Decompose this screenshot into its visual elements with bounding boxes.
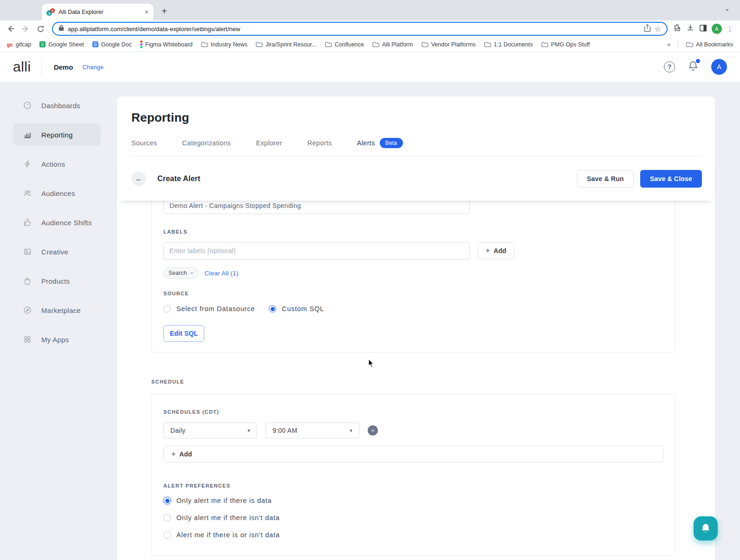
- compass-icon: [23, 306, 32, 314]
- user-avatar[interactable]: A: [711, 59, 727, 75]
- bookmark-folder[interactable]: PMG Ops Stuff: [538, 40, 593, 49]
- forward-icon[interactable]: [19, 23, 32, 35]
- all-bookmarks[interactable]: All Bookmarks: [683, 40, 736, 49]
- bookmark-folder[interactable]: Alli Platform: [369, 40, 416, 49]
- radio-only-alert-if-no-data[interactable]: Only alert me if there isn't data: [163, 514, 663, 521]
- radio-icon[interactable]: [163, 514, 171, 521]
- sidebar-item-reporting[interactable]: Reporting: [13, 124, 101, 146]
- google-doc-icon: [92, 41, 98, 47]
- plus-icon: +: [171, 450, 175, 458]
- bookmark-star-icon[interactable]: ☆: [655, 25, 661, 33]
- tab-reports[interactable]: Reports: [307, 139, 332, 147]
- bookmark-google-doc[interactable]: Google Doc: [89, 40, 135, 49]
- app-header: alli Demo Change ? A: [0, 52, 740, 82]
- sidebar-item-creative[interactable]: Creative: [13, 241, 101, 263]
- chrome-menu-icon[interactable]: ⋮: [727, 25, 734, 33]
- tab-sources[interactable]: Sources: [131, 139, 157, 147]
- main-panel: Reporting Sources Categorizations Explor…: [117, 97, 715, 560]
- sidebar-item-audience-shifts[interactable]: Audience Shifts: [13, 211, 101, 234]
- browser-tab-strip: a 5 Alli Data Explorer × + ⌄: [0, 0, 740, 20]
- address-bar[interactable]: app.alliplatform.com/client/demo/data-ex…: [52, 22, 668, 36]
- figma-icon: [140, 40, 143, 48]
- alert-name-input[interactable]: [163, 201, 470, 214]
- reporting-tabs: Sources Categorizations Explorer Reports…: [131, 138, 702, 156]
- add-label-button[interactable]: + Add: [478, 242, 514, 259]
- sidebar-item-dashboards[interactable]: Dashboards: [13, 94, 101, 117]
- url-text: app.alliplatform.com/client/demo/data-ex…: [68, 26, 640, 33]
- plus-icon: +: [486, 247, 490, 255]
- bell-icon: [700, 522, 711, 534]
- sidebar-item-products[interactable]: Products: [13, 270, 101, 292]
- help-icon[interactable]: ?: [664, 61, 675, 72]
- bookmark-gifcap[interactable]: gc gifcap: [4, 40, 34, 49]
- notifications-bell-icon[interactable]: [688, 60, 698, 73]
- bookmark-figma[interactable]: Figma Whiteboard: [137, 39, 196, 50]
- back-icon[interactable]: [5, 23, 17, 35]
- schedule-card: SCHEDULES (CDT) Daily ▾ 9:00 AM ▾ × + Ad…: [151, 394, 675, 556]
- tab-search-chevron-icon[interactable]: ⌄: [724, 5, 730, 12]
- sidebar: Dashboards Reporting Actions Audiences A…: [0, 82, 115, 560]
- radio-icon-checked[interactable]: [163, 497, 171, 504]
- back-button[interactable]: ←: [131, 171, 146, 186]
- radio-icon[interactable]: [163, 305, 171, 313]
- radio-only-alert-if-data[interactable]: Only alert me if there is data: [163, 497, 663, 504]
- radio-select-from-datasource[interactable]: Select from Datasource: [163, 305, 255, 313]
- edit-sql-button[interactable]: Edit SQL: [163, 325, 204, 342]
- chip-remove-icon[interactable]: ×: [190, 270, 194, 276]
- extensions-puzzle-icon[interactable]: [673, 24, 682, 34]
- save-and-run-button[interactable]: Save & Run: [577, 170, 634, 188]
- chrome-profile-avatar[interactable]: A: [712, 24, 722, 34]
- create-alert-header: ← Create Alert Save & Run Save & Close: [117, 156, 715, 201]
- sidebar-item-audiences[interactable]: Audiences: [13, 182, 101, 204]
- download-icon[interactable]: [686, 24, 695, 34]
- radio-custom-sql[interactable]: Custom SQL: [269, 305, 324, 313]
- chevron-down-icon: ▾: [350, 428, 352, 434]
- alert-preferences-label: ALERT PREFERENCES: [163, 483, 663, 488]
- tab-categorizations[interactable]: Categorizations: [182, 139, 231, 147]
- bookmark-folder[interactable]: Confluence: [322, 40, 367, 49]
- tab-explorer[interactable]: Explorer: [256, 139, 282, 147]
- add-schedule-button[interactable]: + Add: [163, 446, 663, 462]
- label-chip-search[interactable]: Search ×: [163, 267, 199, 279]
- time-select[interactable]: 9:00 AM ▾: [266, 423, 359, 438]
- bookmark-folder[interactable]: 1:1 Documents: [481, 40, 536, 49]
- browser-tab[interactable]: a 5 Alli Data Explorer ×: [42, 4, 153, 20]
- bookmarks-overflow-icon[interactable]: »: [664, 41, 673, 48]
- folder-icon: [256, 41, 263, 47]
- alli-favicon-icon: a 5: [46, 8, 55, 16]
- bookmark-google-sheet[interactable]: Google Sheet: [36, 40, 87, 49]
- clear-all-link[interactable]: Clear All (1): [205, 270, 239, 277]
- users-icon: [23, 189, 32, 197]
- folder-icon: [325, 41, 332, 47]
- remove-schedule-button[interactable]: ×: [368, 425, 378, 436]
- notification-badge: [696, 59, 700, 63]
- sidebar-item-marketplace[interactable]: Marketplace: [13, 299, 101, 321]
- new-tab-button[interactable]: +: [162, 6, 167, 17]
- schedule-section-label: SCHEDULE: [151, 379, 675, 384]
- sidebar-item-actions[interactable]: Actions: [13, 153, 101, 175]
- tab-close-icon[interactable]: ×: [145, 8, 149, 16]
- radio-icon[interactable]: [163, 531, 171, 539]
- radio-alert-either-way[interactable]: Alert me if there is or isn't data: [163, 531, 663, 539]
- labels-label: LABELS: [163, 229, 663, 234]
- change-client-link[interactable]: Change: [82, 64, 104, 71]
- save-and-close-button[interactable]: Save & Close: [640, 170, 702, 188]
- labels-input[interactable]: [163, 242, 470, 260]
- bookmark-folder[interactable]: Industry News: [198, 40, 251, 49]
- tab-alerts[interactable]: Alerts Beta: [357, 138, 403, 148]
- frequency-select[interactable]: Daily ▾: [163, 423, 257, 438]
- sidebar-item-my-apps[interactable]: My Apps: [13, 328, 101, 351]
- radio-icon-checked[interactable]: [269, 305, 276, 313]
- gauge-icon: [23, 101, 32, 110]
- bookmark-folder[interactable]: Jira/Sprint Resour...: [253, 40, 320, 49]
- alli-logo[interactable]: alli: [13, 59, 31, 75]
- tab-title: Alli Data Explorer: [58, 9, 141, 15]
- notifications-widget-button[interactable]: [694, 516, 718, 540]
- share-icon[interactable]: [644, 24, 651, 34]
- bag-icon: [23, 277, 32, 285]
- folder-icon: [201, 41, 208, 47]
- reload-icon[interactable]: [34, 23, 46, 35]
- favicon-badge: 5: [50, 8, 55, 13]
- bookmark-folder[interactable]: Vendor Platforms: [418, 40, 479, 49]
- side-panel-icon[interactable]: [699, 24, 707, 34]
